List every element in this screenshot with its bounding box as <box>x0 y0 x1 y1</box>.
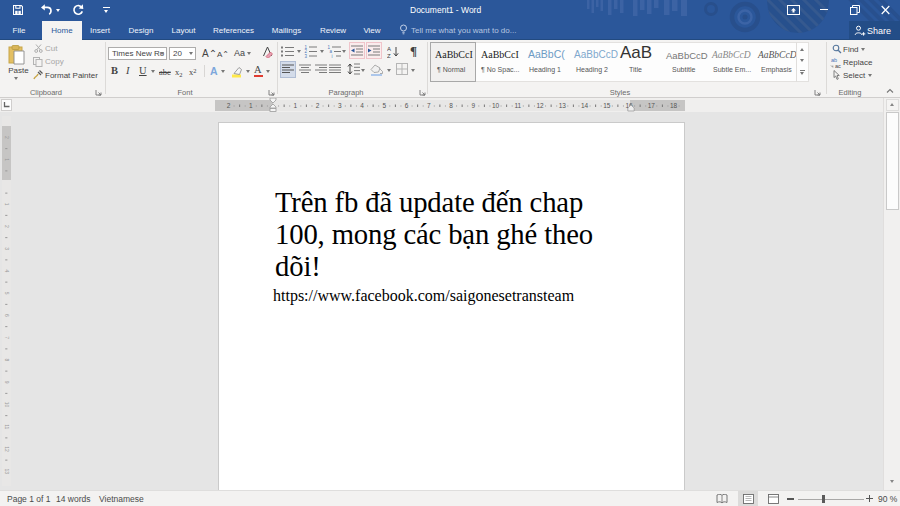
svg-text:7: 7 <box>4 336 10 339</box>
svg-text:11: 11 <box>514 102 521 109</box>
svg-text:2: 2 <box>227 102 231 109</box>
svg-text:7: 7 <box>427 102 431 109</box>
svg-text:6: 6 <box>4 314 10 317</box>
svg-text:1: 1 <box>293 102 297 109</box>
svg-text:13: 13 <box>4 468 10 474</box>
svg-text:18: 18 <box>670 102 678 109</box>
svg-text:11: 11 <box>4 424 10 429</box>
svg-text:14: 14 <box>581 102 589 109</box>
svg-text:A: A <box>387 46 391 52</box>
svg-text:Z: Z <box>387 53 391 59</box>
svg-text:3: 3 <box>4 247 10 250</box>
svg-text:10: 10 <box>4 402 10 408</box>
svg-text:3: 3 <box>305 54 308 58</box>
svg-text:15: 15 <box>603 102 611 109</box>
svg-text:9: 9 <box>471 102 475 109</box>
svg-text:1: 1 <box>4 158 10 161</box>
svg-text:12: 12 <box>4 446 10 452</box>
svg-text:12: 12 <box>536 102 544 109</box>
svg-text:3: 3 <box>338 102 342 109</box>
svg-text:13: 13 <box>559 102 567 109</box>
svg-text:1: 1 <box>249 102 253 109</box>
svg-text:8: 8 <box>4 359 10 362</box>
svg-text:ac: ac <box>835 63 841 69</box>
svg-text:2: 2 <box>4 225 10 228</box>
svg-text:10: 10 <box>492 102 500 109</box>
svg-text:6: 6 <box>405 102 409 109</box>
svg-text:8: 8 <box>449 102 453 109</box>
svg-text:1: 1 <box>4 203 10 206</box>
svg-text:5: 5 <box>382 102 386 109</box>
svg-text:i: i <box>332 54 333 58</box>
svg-text:2: 2 <box>4 136 10 139</box>
svg-text:2: 2 <box>316 102 320 109</box>
svg-text:9: 9 <box>4 381 10 384</box>
svg-text:4: 4 <box>4 270 10 273</box>
svg-text:4: 4 <box>360 102 364 109</box>
svg-text:17: 17 <box>648 102 656 109</box>
svg-text:5: 5 <box>4 292 10 295</box>
